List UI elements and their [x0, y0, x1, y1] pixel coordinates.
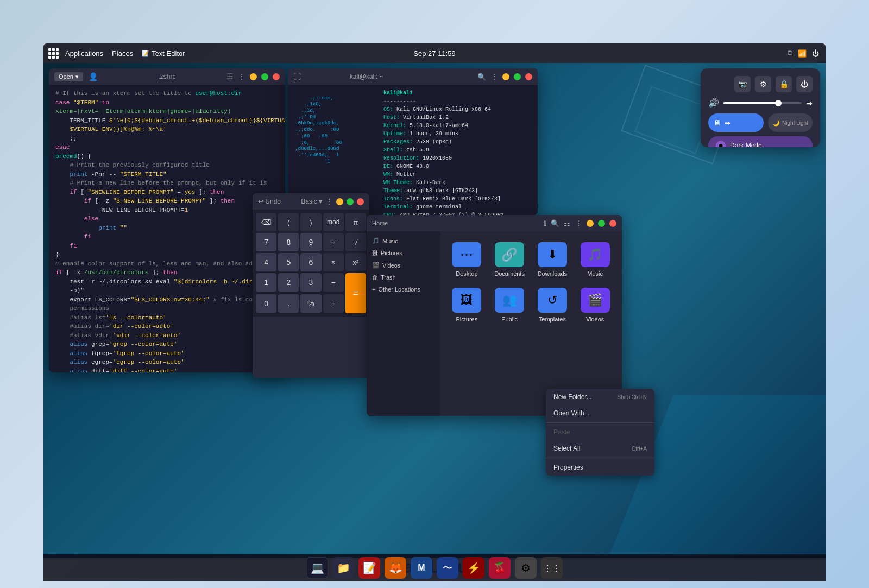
- fm-sidebar-pictures[interactable]: 🖼 Pictures: [367, 247, 440, 259]
- calc-btn-5[interactable]: 5: [278, 253, 299, 271]
- neo-more-icon[interactable]: ⋮: [490, 72, 498, 81]
- qs-volume-slider[interactable]: [723, 102, 802, 104]
- calc-minimize[interactable]: [336, 198, 343, 205]
- calc-btn-close-paren[interactable]: ): [300, 213, 321, 231]
- calc-btn-4[interactable]: 4: [256, 253, 276, 271]
- dock-apps-btn[interactable]: ⋮⋮: [541, 557, 563, 579]
- fm-folder-pictures[interactable]: 🖼 Pictures: [445, 282, 488, 328]
- fm-desktop-icon: ⋯: [452, 242, 481, 267]
- fm-search-icon[interactable]: 🔍: [551, 219, 559, 227]
- qs-night-light-toggle[interactable]: 🌙 Night Light: [768, 113, 813, 132]
- fm-sidebar-music[interactable]: 🎵 Music: [367, 235, 440, 247]
- fm-more-icon[interactable]: ⋮: [575, 219, 582, 227]
- qs-dark-mode-row: ● Dark Mode: [708, 136, 813, 147]
- taskbar-menu-places[interactable]: Places: [112, 49, 133, 58]
- fm-folder-downloads[interactable]: ⬇ Downloads: [531, 237, 574, 282]
- fm-view-icon[interactable]: ⚏: [564, 219, 570, 227]
- taskbar-menu-texteditor[interactable]: 📝 Text Editor: [142, 49, 185, 58]
- terminal-zshrc-content[interactable]: # If this is an xterm set the title to u…: [49, 85, 285, 372]
- terminal-zshrc-close[interactable]: [273, 73, 280, 80]
- fm-sidebar-other[interactable]: + Other Locations: [367, 283, 440, 295]
- neo-search-icon[interactable]: 🔍: [477, 73, 486, 81]
- dock-terminal-app[interactable]: 💻: [306, 557, 328, 579]
- taskbar-power-icon[interactable]: ⏻: [812, 49, 819, 58]
- fm-close[interactable]: [609, 220, 616, 227]
- qs-camera-btn[interactable]: 📷: [734, 76, 751, 92]
- calc-close[interactable]: [357, 198, 364, 205]
- dock-cherry-app[interactable]: 🍒: [489, 557, 511, 579]
- fm-folder-desktop[interactable]: ⋯ Desktop: [445, 237, 488, 282]
- calc-btn-equals[interactable]: =: [345, 273, 366, 313]
- calc-btn-6[interactable]: 6: [300, 253, 321, 271]
- terminal-open-btn[interactable]: Open▾: [54, 72, 83, 81]
- fm-folder-videos[interactable]: 🎬 Videos: [574, 282, 616, 328]
- calc-btn-1[interactable]: 1: [256, 273, 276, 292]
- calc-btn-3[interactable]: 3: [300, 273, 321, 292]
- fm-maximize[interactable]: [598, 220, 605, 227]
- calc-btn-minus[interactable]: −: [323, 273, 344, 292]
- fm-minimize[interactable]: [587, 220, 594, 227]
- calc-btn-mod[interactable]: mod: [323, 213, 344, 231]
- calc-btn-sqrt[interactable]: √: [345, 233, 366, 251]
- dock-editor-app[interactable]: 📝: [358, 557, 380, 579]
- calc-undo-btn[interactable]: ↩ Undo: [258, 198, 281, 205]
- dock-settings-app[interactable]: ⚙: [515, 557, 537, 579]
- calc-btn-7[interactable]: 7: [256, 233, 276, 251]
- terminal-more-icon[interactable]: ⋮: [238, 72, 245, 81]
- calc-btn-pi[interactable]: π: [345, 213, 366, 231]
- calc-btn-backspace[interactable]: ⌫: [256, 213, 276, 231]
- calc-more-icon[interactable]: ⋮: [325, 197, 333, 206]
- fm-sidebar-trash[interactable]: 🗑 Trash: [367, 271, 440, 283]
- dock-files-app[interactable]: 📁: [332, 557, 354, 579]
- neo-fullscreen-icon[interactable]: ⛶: [293, 72, 301, 81]
- neo-maximize[interactable]: [514, 73, 521, 80]
- calc-btn-plus[interactable]: +: [323, 294, 344, 313]
- terminal-zshrc-maximize[interactable]: [261, 73, 268, 80]
- calc-btn-decimal[interactable]: .: [278, 294, 299, 313]
- dock-burp-app[interactable]: ⚡: [463, 557, 484, 579]
- quick-settings-panel: 📷 ⚙ 🔒 ⏻ 🔊 ➡ 🖥 ➡ 🌙 Night Light: [701, 68, 820, 147]
- dock-mullvad-app[interactable]: M: [411, 557, 432, 579]
- calc-btn-percent[interactable]: %: [300, 294, 321, 313]
- qs-volume-thumb[interactable]: [775, 100, 782, 106]
- qs-dark-mode-toggle[interactable]: ● Dark Mode: [708, 136, 813, 147]
- ctx-divider-1: [546, 422, 654, 423]
- neo-minimize[interactable]: [502, 73, 509, 80]
- qs-power-btn[interactable]: ⏻: [796, 76, 813, 92]
- qs-lock-btn[interactable]: 🔒: [776, 76, 792, 92]
- neo-close[interactable]: [525, 73, 532, 80]
- apps-grid-icon[interactable]: [43, 43, 63, 63]
- calc-btn-square[interactable]: x²: [345, 253, 366, 271]
- ctx-new-folder[interactable]: New Folder... Shift+Ctrl+N: [546, 389, 654, 405]
- calc-btn-open-paren[interactable]: (: [278, 213, 299, 231]
- fm-sidebar-videos[interactable]: 🎬 Videos: [367, 259, 440, 271]
- calc-btn-9[interactable]: 9: [300, 233, 321, 251]
- taskbar-windows-icon[interactable]: ⧉: [788, 49, 792, 58]
- terminal-zshrc-window: Open▾ 👤 .zshrc ☰ ⋮ # If this is an xterm…: [49, 68, 285, 372]
- calc-btn-divide[interactable]: ÷: [323, 233, 344, 251]
- calc-btn-0[interactable]: 0: [256, 294, 276, 313]
- fm-folder-templates[interactable]: ↺ Templates: [531, 282, 574, 328]
- dock-wave-app[interactable]: 〜: [437, 557, 458, 579]
- ctx-open-with[interactable]: Open With...: [546, 405, 654, 421]
- terminal-zshrc-minimize[interactable]: [250, 73, 257, 80]
- calc-btn-8[interactable]: 8: [278, 233, 299, 251]
- taskbar-network-icon[interactable]: 📶: [798, 49, 807, 58]
- calc-maximize[interactable]: [347, 198, 354, 205]
- qs-settings-btn[interactable]: ⚙: [755, 76, 771, 92]
- terminal-hamburger-icon[interactable]: ☰: [226, 72, 234, 81]
- qs-arrow-icon[interactable]: ➡: [806, 99, 813, 108]
- ctx-properties[interactable]: Properties: [546, 459, 654, 476]
- calc-btn-multiply[interactable]: ×: [323, 253, 344, 271]
- qs-display-toggle[interactable]: 🖥 ➡: [708, 113, 764, 132]
- terminal-profile-icon[interactable]: 👤: [89, 72, 98, 81]
- dock-firefox-app[interactable]: 🦊: [385, 557, 406, 579]
- fm-info-icon[interactable]: ℹ: [544, 219, 546, 227]
- fm-folder-public[interactable]: 👥 Public: [488, 282, 531, 328]
- ctx-select-all[interactable]: Select All Ctrl+A: [546, 440, 654, 457]
- taskbar-menu-applications[interactable]: Applications: [65, 49, 103, 58]
- calc-btn-2[interactable]: 2: [278, 273, 299, 292]
- fm-music-icon: 🎵: [372, 237, 380, 244]
- fm-folder-documents[interactable]: 🔗 Documents: [488, 237, 531, 282]
- fm-folder-music[interactable]: 🎵 Music: [574, 237, 616, 282]
